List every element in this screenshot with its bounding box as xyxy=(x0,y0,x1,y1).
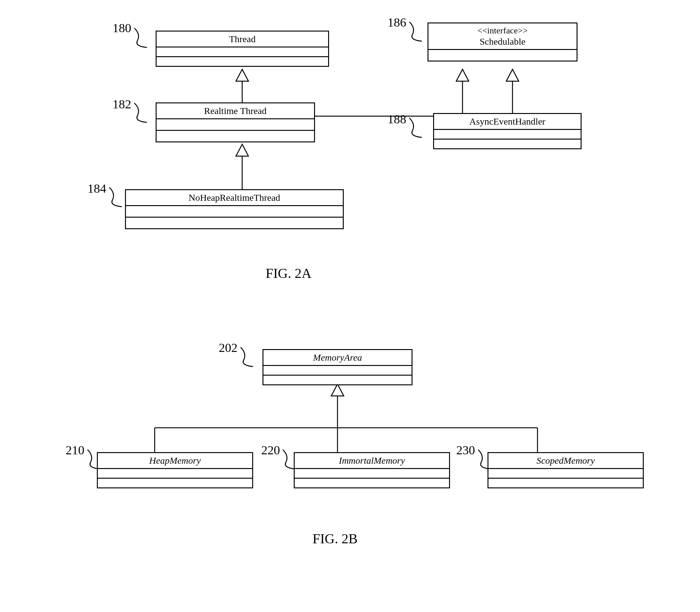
uml-class-ops xyxy=(295,479,449,487)
ref-label-immortalmemory: 220 xyxy=(261,443,280,457)
ref-label-memoryarea: 202 xyxy=(219,340,238,355)
uml-class-title: HeapMemory xyxy=(98,453,252,469)
figure-caption-b: FIG. 2B xyxy=(312,531,358,547)
uml-class-attrs xyxy=(157,119,314,131)
uml-class-scopedmemory: ScopedMemory xyxy=(487,452,644,488)
ref-label-realtime: 182 xyxy=(112,97,131,111)
page: Thread 180 <<interface>> Schedulable 186… xyxy=(0,0,700,612)
uml-class-title: ImmortalMemory xyxy=(295,453,449,469)
figure-caption-a: FIG. 2A xyxy=(266,265,312,281)
uml-class-ops xyxy=(98,479,252,487)
figA-connectors xyxy=(0,0,700,300)
uml-class-title: NoHeapRealtimeThread xyxy=(126,190,343,206)
uml-class-name: Schedulable xyxy=(480,36,526,46)
uml-class-thread: Thread xyxy=(156,31,329,67)
uml-class-attrs xyxy=(434,130,581,140)
uml-class-ops xyxy=(126,218,343,228)
uml-class-immortalmemory: ImmortalMemory xyxy=(294,452,450,488)
uml-class-noheaprealtimethread: NoHeapRealtimeThread xyxy=(125,189,344,229)
uml-class-asynceventhandler: AsyncEventHandler xyxy=(433,113,581,149)
uml-class-ops xyxy=(488,479,643,487)
ref-label-thread: 180 xyxy=(112,20,131,35)
uml-class-ops xyxy=(157,131,314,141)
uml-class-ops xyxy=(264,376,412,384)
uml-class-title: <<interface>> Schedulable xyxy=(428,24,577,50)
uml-class-ops xyxy=(157,57,328,66)
uml-class-title: Realtime Thread xyxy=(157,103,314,119)
uml-class-title: MemoryArea xyxy=(264,350,412,366)
uml-class-title: AsyncEventHandler xyxy=(434,114,581,130)
uml-stereotype: <<interface>> xyxy=(430,25,575,36)
uml-class-attrs xyxy=(264,366,412,376)
uml-class-ops xyxy=(428,50,577,60)
uml-class-attrs xyxy=(126,206,343,218)
ref-label-asynch: 188 xyxy=(388,112,406,126)
uml-interface-schedulable: <<interface>> Schedulable xyxy=(428,23,578,61)
uml-class-memoryarea: MemoryArea xyxy=(262,349,413,385)
ref-label-heapmemory: 210 xyxy=(66,443,84,457)
uml-class-heapmemory: HeapMemory xyxy=(97,452,253,488)
uml-class-attrs xyxy=(295,469,449,479)
ref-label-noheap: 184 xyxy=(88,181,106,196)
uml-class-title: Thread xyxy=(157,31,328,47)
ref-label-schedulable: 186 xyxy=(388,15,406,30)
uml-class-ops xyxy=(434,140,581,148)
uml-class-title: ScopedMemory xyxy=(488,453,643,469)
ref-label-scopedmemory: 230 xyxy=(456,443,475,457)
uml-class-attrs xyxy=(488,469,643,479)
uml-class-realtime-thread: Realtime Thread xyxy=(156,102,315,142)
uml-class-attrs xyxy=(98,469,252,479)
uml-class-attrs xyxy=(157,47,328,57)
